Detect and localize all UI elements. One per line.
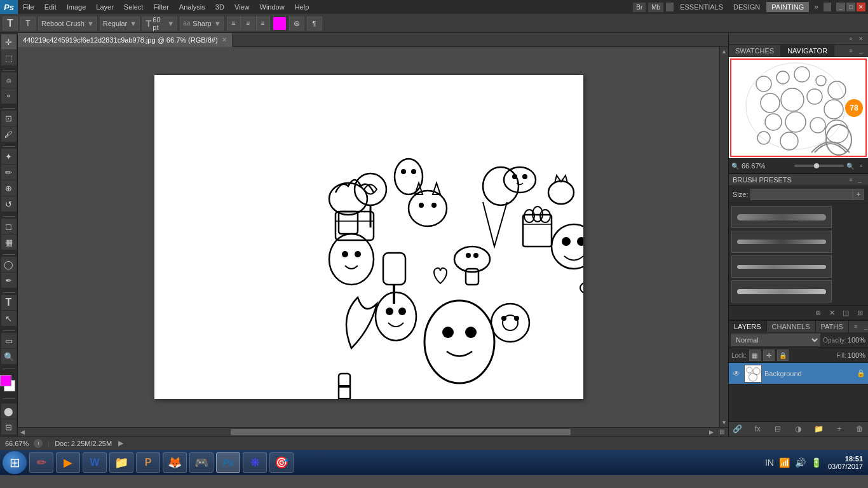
workspace-chevron[interactable]: » bbox=[811, 3, 821, 11]
menu-select[interactable]: Select bbox=[119, 2, 149, 12]
scroll-down-arrow[interactable]: ▼ bbox=[720, 418, 729, 427]
zoom-tool[interactable]: 🔍 bbox=[1, 349, 17, 364]
scroll-right-arrow[interactable]: ▶ bbox=[707, 428, 715, 437]
brush-preset-3[interactable] bbox=[731, 255, 832, 278]
shape-tool[interactable]: ▭ bbox=[1, 333, 17, 348]
quick-mask-button[interactable]: ⬤ bbox=[1, 403, 17, 419]
layer-link-button[interactable]: 🔗 bbox=[731, 423, 743, 435]
font-style-dropdown[interactable]: Regular ▼ bbox=[100, 17, 140, 30]
font-family-dropdown[interactable]: Reboot Crush ▼ bbox=[38, 17, 97, 30]
menu-view[interactable]: View bbox=[229, 2, 255, 12]
zoom-in-icon[interactable]: 🔍 bbox=[846, 163, 854, 170]
panel-menu-icon[interactable]: ≡ bbox=[846, 46, 855, 55]
menu-edit[interactable]: Edit bbox=[39, 2, 62, 12]
layer-group-button[interactable]: 📁 bbox=[813, 423, 825, 435]
align-left-button[interactable]: ≡ bbox=[227, 17, 241, 30]
foreground-color-swatch[interactable] bbox=[0, 375, 11, 386]
layer-mask-button[interactable]: ⊟ bbox=[772, 423, 783, 435]
menu-help[interactable]: Help bbox=[290, 2, 315, 12]
vertical-scrollbar[interactable]: ▲ ▼ bbox=[719, 47, 728, 427]
brush-preset-2[interactable] bbox=[731, 231, 832, 253]
menu-layer[interactable]: Layer bbox=[91, 2, 119, 12]
brush-panel-btn-2[interactable]: ✕ bbox=[826, 307, 837, 318]
marquee-tool[interactable]: ⬚ bbox=[1, 50, 17, 65]
workspace-design[interactable]: DESIGN bbox=[729, 2, 764, 12]
taskbar-app-extra[interactable]: 🎯 bbox=[269, 452, 294, 473]
menu-image[interactable]: Image bbox=[62, 2, 92, 12]
clone-tool[interactable]: ⊕ bbox=[1, 180, 17, 196]
brush-add-button[interactable]: + bbox=[853, 189, 864, 200]
scroll-track-horizontal[interactable] bbox=[27, 429, 707, 435]
taskbar-app-word[interactable]: W bbox=[83, 452, 107, 473]
scroll-track-vertical[interactable] bbox=[723, 56, 726, 418]
path-select-tool[interactable]: ↖ bbox=[1, 311, 17, 326]
scroll-up-arrow[interactable]: ▲ bbox=[720, 47, 729, 56]
brush-tool[interactable]: ✏ bbox=[1, 165, 17, 180]
brush-panel-btn-1[interactable]: ⊛ bbox=[812, 307, 824, 318]
document-tab[interactable]: 440219c4245919cf6e12d2831c9ab978.jpg @ 6… bbox=[18, 33, 233, 47]
text-orientation[interactable]: T bbox=[20, 17, 36, 30]
taskbar-app-firefox[interactable]: 🦊 bbox=[163, 452, 187, 473]
layers-panel-menu[interactable]: ≡ bbox=[851, 322, 860, 331]
brush-preset-4[interactable] bbox=[731, 280, 832, 302]
layers-panel-minimize[interactable]: _ bbox=[862, 322, 868, 331]
taskbar-app-media[interactable]: ▶ bbox=[56, 452, 80, 473]
start-button[interactable]: ⊞ bbox=[3, 451, 27, 474]
menu-file[interactable]: File bbox=[18, 2, 39, 12]
history-brush-tool[interactable]: ↺ bbox=[1, 196, 17, 212]
tab-navigator[interactable]: NAVIGATOR bbox=[781, 45, 834, 57]
panel-collapse-icon[interactable]: « bbox=[846, 34, 855, 43]
taskbar-app-photoshop[interactable]: Ps bbox=[216, 452, 240, 473]
scroll-thumb-horizontal[interactable] bbox=[231, 429, 571, 435]
status-doc-arrow[interactable]: ▶ bbox=[118, 439, 123, 447]
minimize-button[interactable]: _ bbox=[836, 3, 845, 11]
brush-panel-btn-4[interactable]: ⊞ bbox=[854, 307, 865, 318]
minibridge-btn[interactable]: Mb bbox=[648, 3, 663, 12]
scroll-corner-btn[interactable]: ⊞ bbox=[715, 428, 728, 435]
zoom-info-button[interactable]: i bbox=[34, 439, 43, 448]
workspace-essentials[interactable]: ESSENTIALS bbox=[676, 2, 727, 12]
align-center-button[interactable]: ≡ bbox=[241, 17, 255, 30]
zoom-slider[interactable] bbox=[794, 165, 844, 167]
layer-item-background[interactable]: 👁 Background 🔒 bbox=[729, 363, 868, 384]
lock-all-button[interactable]: 🔒 bbox=[777, 349, 789, 361]
move-tool[interactable]: ✛ bbox=[1, 34, 17, 50]
panel-close-icon[interactable]: ✕ bbox=[857, 34, 865, 43]
zoom-out-icon[interactable]: 🔍 bbox=[731, 163, 739, 170]
brush-panel-minimize[interactable]: _ bbox=[855, 175, 864, 184]
character-panel-button[interactable]: ¶ bbox=[307, 17, 322, 30]
pen-tool[interactable]: ✒ bbox=[1, 273, 17, 288]
horizontal-scrollbar[interactable]: ◀ ▶ ⊞ bbox=[18, 427, 728, 436]
menu-window[interactable]: Window bbox=[255, 2, 290, 12]
brush-panel-menu[interactable]: ≡ bbox=[846, 175, 855, 184]
align-right-button[interactable]: ≡ bbox=[256, 17, 270, 30]
close-button[interactable]: ✕ bbox=[857, 3, 865, 11]
text-tool[interactable]: T bbox=[1, 295, 17, 310]
eyedropper-tool[interactable]: 🖋 bbox=[1, 126, 17, 142]
dodge-tool[interactable]: ◯ bbox=[1, 257, 17, 272]
blend-mode-select[interactable]: Normal bbox=[731, 334, 820, 346]
brush-size-input[interactable] bbox=[750, 189, 853, 200]
lock-position-button[interactable]: ✛ bbox=[763, 349, 775, 361]
menu-filter[interactable]: Filter bbox=[148, 2, 173, 12]
eraser-tool[interactable]: ◻ bbox=[1, 219, 17, 234]
tab-swatches[interactable]: SWATCHES bbox=[729, 45, 781, 57]
lasso-tool[interactable]: ⌾ bbox=[1, 72, 17, 88]
text-color-swatch[interactable] bbox=[273, 17, 287, 30]
panel-minimize-icon[interactable]: _ bbox=[857, 46, 865, 55]
lock-pixels-button[interactable]: ▦ bbox=[749, 349, 761, 361]
scroll-left-arrow[interactable]: ◀ bbox=[18, 428, 27, 437]
quick-select-tool[interactable]: ⚬ bbox=[1, 88, 17, 104]
layer-fx-button[interactable]: fx bbox=[752, 423, 763, 435]
panel-right-arrow[interactable]: » bbox=[857, 161, 865, 170]
zoom-slider-thumb[interactable] bbox=[814, 163, 819, 168]
taskbar-app-explorer[interactable]: 📁 bbox=[109, 452, 133, 473]
taskbar-app-game[interactable]: 🎮 bbox=[189, 452, 214, 473]
antialiasing-dropdown[interactable]: aa Sharp ▼ bbox=[180, 17, 224, 30]
warp-text-button[interactable]: ⊛ bbox=[289, 17, 304, 30]
layer-delete-button[interactable]: 🗑 bbox=[854, 423, 865, 435]
gradient-tool[interactable]: ▦ bbox=[1, 234, 17, 250]
menu-3d[interactable]: 3D bbox=[210, 2, 229, 12]
spot-heal-tool[interactable]: ✦ bbox=[1, 149, 17, 164]
maximize-button[interactable]: □ bbox=[846, 3, 855, 11]
